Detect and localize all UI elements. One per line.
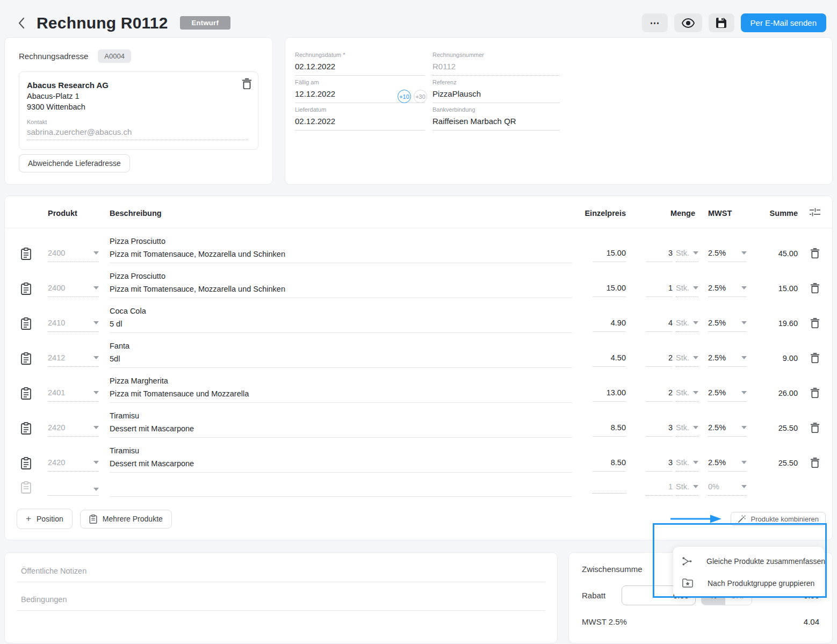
product-select[interactable]: 2410 (48, 319, 99, 332)
quantity-input[interactable]: 2 (646, 388, 673, 402)
unit-select[interactable]: Stk. (676, 482, 698, 496)
menu-item-group-by-product-group[interactable]: Nach Produktgruppe gruppieren (673, 572, 824, 594)
invoice-date-value[interactable]: 02.12.2022 (295, 58, 425, 76)
quantity-input[interactable]: 3 (646, 249, 673, 262)
unit-price-input[interactable]: 8.50 (593, 458, 626, 472)
trash-icon (811, 388, 819, 398)
multiple-products-button[interactable]: Mehrere Produkte (80, 510, 172, 529)
quantity-input[interactable]: 4 (646, 319, 673, 332)
unit-price-input[interactable]: 4.90 (593, 319, 626, 332)
unit-select[interactable]: Stk. (676, 353, 698, 367)
unit-price-input[interactable]: 8.50 (593, 423, 626, 437)
description-input[interactable]: 5dl (110, 354, 572, 368)
bank-account-value[interactable]: Raiffeisen Marbach QR (432, 113, 560, 131)
description-input[interactable]: Pizza mit Tomatensauce, Mozzarella und S… (110, 250, 572, 263)
preview-button[interactable] (674, 13, 702, 32)
description-input[interactable]: Pizza mit Tomatensauce und Mozzarella (110, 389, 572, 403)
description-input[interactable]: Dessert mit Mascarpone (110, 459, 572, 473)
more-actions-button[interactable]: ⋯ (642, 13, 668, 32)
unit-select[interactable]: Stk. (676, 284, 698, 297)
chevron-down-icon (693, 391, 698, 394)
delete-row-button[interactable] (811, 388, 819, 400)
combine-products-button[interactable]: Produkte kombinieren (731, 512, 826, 526)
description-input[interactable]: Pizza mit Tomatensauce, Mozzarella und S… (110, 285, 572, 298)
description-input[interactable] (110, 492, 572, 497)
more-icon: ⋯ (650, 17, 660, 29)
menu-item-merge-same-products[interactable]: Gleiche Produkte zusammenfassen (673, 550, 824, 572)
address-box[interactable]: Abacus Research AG Abacus-Platz 1 9300 W… (19, 71, 258, 150)
quantity-input[interactable]: 3 (646, 458, 673, 472)
unit-select[interactable]: Stk. (676, 388, 698, 402)
vat-select[interactable]: 0% (708, 482, 747, 496)
quantity-input[interactable]: 2 (646, 353, 673, 367)
trash-icon (811, 248, 819, 258)
chevron-down-icon (693, 251, 698, 255)
delete-row-cell (798, 283, 832, 298)
chevron-down-icon (693, 356, 698, 359)
vat-select[interactable]: 2.5% (708, 319, 747, 332)
conditions-field[interactable]: Bedingungen (17, 583, 545, 611)
unit-price-input[interactable]: 4.50 (593, 353, 626, 367)
product-select[interactable]: 2400 (48, 284, 99, 297)
reference-field[interactable]: Referenz PizzaPlausch (432, 76, 560, 103)
delete-row-button[interactable] (811, 353, 819, 365)
row-product-icon-cell (5, 481, 48, 497)
delete-row-button[interactable] (811, 318, 819, 330)
unit-select[interactable]: Stk. (676, 249, 698, 262)
plus-10-days-chip[interactable]: +10 (398, 90, 411, 103)
product-select[interactable]: 2412 (48, 353, 99, 367)
vat-select[interactable]: 2.5% (708, 423, 747, 437)
product-select-cell: 2412 (48, 353, 99, 368)
vat-select[interactable]: 2.5% (708, 249, 747, 262)
product-select[interactable]: 2401 (48, 388, 99, 402)
vat-select[interactable]: 2.5% (708, 284, 747, 297)
product-select[interactable]: 2420 (48, 423, 99, 437)
vat-select[interactable]: 2.5% (708, 458, 747, 472)
bank-account-field[interactable]: Bankverbindung Raiffeisen Marbach QR (432, 103, 560, 131)
contact-field[interactable]: sabrina.zuercher@abacus.ch (27, 127, 248, 140)
column-settings-button[interactable] (798, 207, 832, 219)
delivery-date-value[interactable]: 02.12.2022 (295, 113, 425, 131)
add-position-button[interactable]: + Position (17, 509, 73, 529)
row-product-icon-cell (5, 248, 48, 263)
public-notes-field[interactable]: Öffentliche Notizen (17, 567, 545, 582)
invoice-date-field[interactable]: Rechnungsdatum * 02.12.2022 (295, 48, 425, 76)
vat-amount: 4.04 (804, 617, 819, 626)
product-select[interactable]: 2420 (48, 458, 99, 472)
plus-30-days-chip[interactable]: +30 (414, 90, 427, 103)
delivery-date-field[interactable]: Lieferdatum 02.12.2022 (295, 103, 425, 131)
vat-select[interactable]: 2.5% (708, 388, 747, 402)
remove-address-button[interactable] (242, 78, 251, 91)
product-name: Fanta (110, 342, 572, 350)
unit-price-input[interactable] (593, 489, 626, 494)
due-date-field[interactable]: Fällig am 12.12.2022 +10 +30 (295, 76, 425, 103)
send-email-button[interactable]: Per E-Mail senden (741, 13, 826, 32)
reference-value[interactable]: PizzaPlausch (432, 85, 560, 103)
save-button[interactable] (709, 13, 734, 32)
product-select-cell: 2410 (48, 319, 99, 333)
unit-price-input[interactable]: 13.00 (593, 388, 626, 402)
product-select[interactable]: 2400 (48, 249, 99, 262)
unit-price-input[interactable]: 15.00 (593, 249, 626, 262)
delete-row-button[interactable] (811, 423, 819, 435)
unit-select[interactable]: Stk. (676, 458, 698, 472)
quantity-input[interactable]: 1 (646, 482, 673, 496)
back-button[interactable] (14, 15, 28, 31)
description-input[interactable]: 5 dl (110, 320, 572, 333)
unit-select[interactable]: Stk. (676, 423, 698, 437)
unit-select[interactable]: Stk. (676, 319, 698, 332)
delete-row-button[interactable] (811, 248, 819, 260)
quantity-input[interactable]: 1 (646, 284, 673, 297)
alt-delivery-address-button[interactable]: Abweichende Lieferadresse (19, 154, 130, 172)
delete-row-button[interactable] (811, 283, 819, 295)
unit-price-input[interactable]: 15.00 (593, 284, 626, 297)
product-select[interactable] (48, 488, 99, 496)
save-icon (716, 18, 726, 28)
delete-row-button[interactable] (811, 458, 819, 469)
quantity-input[interactable]: 3 (646, 423, 673, 437)
vat-select[interactable]: 2.5% (708, 353, 747, 367)
product-name: Tiramisu (110, 446, 572, 455)
clipboard-icon (21, 248, 31, 260)
description-input[interactable]: Dessert mit Mascarpone (110, 424, 572, 438)
column-header-einzelpreis: Einzelpreis (572, 209, 626, 218)
